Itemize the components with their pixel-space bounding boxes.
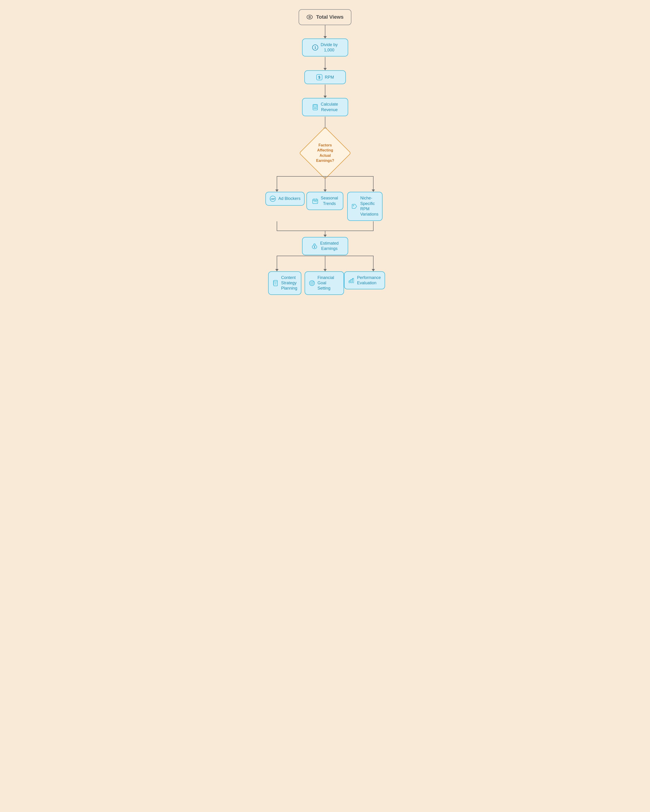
arrow-1 [325,25,325,37]
financial-goal-label: Financial Goal Setting [317,275,340,291]
right-converge [373,221,374,230]
left-branch-line [277,176,277,190]
svg-rect-8 [315,108,316,108]
bottom-nodes-row: Content Strategy Planning Financial Goal… [265,272,385,295]
right-bottom-line [373,256,374,270]
center-bottom-line [325,256,325,270]
svg-rect-19 [274,280,278,286]
arrow-3 [325,85,325,96]
svg-point-2 [309,17,310,18]
svg-point-16 [353,205,354,206]
diamond-label: Factors Affecting Actual Earnings? [310,143,340,163]
arrow-2 [325,57,325,69]
financial-goal-node: Financial Goal Setting [305,272,344,295]
left-converge [277,221,277,230]
adblock-icon: ABP [270,195,276,202]
calculate-label: Calculate Revenue [321,102,338,113]
tag-icon [351,203,358,209]
notebook-icon [272,280,279,286]
performance-eval-col: Performance Evaluation [344,272,385,290]
flowchart: Total Views 1 Divide by 1,000 $ RPM [244,9,406,295]
diamond-shape: Factors Affecting Actual Earnings? [299,127,351,179]
performance-eval-label: Performance Evaluation [357,275,381,286]
seasonal-node: Seasonal Trends [307,192,343,210]
converge-connector [265,221,385,235]
three-nodes-row: ABP Ad Blockers Seasonal Trends [265,192,385,221]
calendar-refresh-icon [312,198,319,204]
right-branch-line [373,176,374,190]
estimated-earnings-node: $ Estimated Earnings [302,237,348,255]
niche-label: Niche- Specific RPM Variations [360,195,378,217]
seasonal-col: Seasonal Trends [305,192,345,210]
svg-text:$: $ [318,75,320,79]
chart-icon [348,277,355,284]
estimated-earnings-label: Estimated Earnings [320,241,339,252]
divide-node: 1 Divide by 1,000 [302,38,348,57]
rpm-node: $ RPM [304,70,346,84]
svg-rect-7 [314,108,314,108]
moneybag-icon: $ [311,243,318,249]
total-views-node: Total Views [299,9,351,25]
center-branch-line [325,176,325,190]
ad-blockers-col: ABP Ad Blockers [265,192,305,206]
financial-goal-col: Financial Goal Setting [305,272,344,295]
eye-icon [307,14,313,20]
ad-blockers-label: Ad Blockers [278,196,301,201]
content-strategy-node: Content Strategy Planning [268,272,301,295]
branch-connector [265,176,385,190]
calculator-icon [312,104,319,110]
svg-text:$: $ [314,246,316,248]
svg-rect-6 [314,105,317,107]
performance-eval-node: Performance Evaluation [344,272,385,290]
left-bottom-line [277,256,277,270]
svg-text:ABP: ABP [271,198,275,200]
svg-point-29 [311,282,313,284]
bottom-branch-connector [265,256,385,270]
ad-blockers-node: ABP Ad Blockers [265,192,305,206]
svg-rect-31 [351,279,352,283]
divide-label: Divide by 1,000 [320,42,337,53]
svg-rect-12 [313,199,318,204]
svg-rect-9 [316,108,317,108]
niche-col: Niche- Specific RPM Variations [345,192,385,221]
rpm-label: RPM [325,75,334,80]
diamond-node: Factors Affecting Actual Earnings? [302,130,348,176]
badge-1: 1 [312,44,318,50]
seasonal-label: Seasonal Trends [321,195,338,206]
total-views-label: Total Views [316,14,343,20]
content-strategy-label: Content Strategy Planning [281,275,297,291]
arrow-4 [325,117,325,128]
center-converge [325,230,325,235]
niche-node: Niche- Specific RPM Variations [347,192,383,221]
dollar-icon: $ [316,74,323,81]
goal-icon [309,280,315,286]
calculate-node: Calculate Revenue [302,98,348,116]
content-strategy-col: Content Strategy Planning [265,272,305,295]
